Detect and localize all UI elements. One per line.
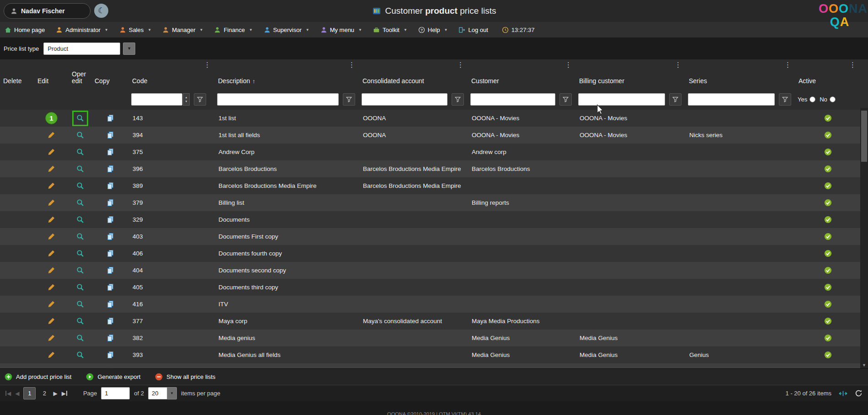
consolidated-filter-input[interactable] (362, 93, 447, 106)
column-menu-icon[interactable]: ⋮ (565, 61, 572, 69)
numeric-spinner[interactable]: ▲▼ (183, 93, 190, 106)
table-row[interactable]: 396Barcelos BroductionsBarcelos Broducti… (0, 160, 860, 177)
page-number-input[interactable] (101, 387, 130, 399)
copy-icon[interactable] (107, 266, 114, 274)
edit-icon[interactable] (48, 165, 55, 173)
page-size-dropdown-button[interactable]: ▼ (167, 387, 177, 399)
active-yes-radio[interactable] (809, 96, 815, 102)
copy-icon[interactable] (107, 317, 114, 325)
oper-edit-icon[interactable] (76, 250, 84, 257)
oper-edit-icon[interactable] (76, 131, 84, 139)
column-menu-icon[interactable]: ⋮ (675, 61, 682, 69)
copy-icon[interactable] (107, 182, 114, 190)
copy-icon[interactable] (107, 131, 114, 139)
customer-filter-input[interactable] (470, 93, 555, 106)
dark-mode-toggle[interactable]: ☾ (94, 4, 108, 18)
table-row[interactable]: 379Billing listBilling reports (0, 194, 860, 211)
table-row[interactable]: 3941st list all fieldsOOONAOOONA - Movie… (0, 127, 860, 144)
table-row[interactable]: 404Documents second copy (0, 262, 860, 279)
oper-edit-icon[interactable] (76, 351, 84, 359)
copy-icon[interactable] (107, 250, 114, 257)
vertical-scrollbar[interactable]: ▼ (860, 108, 868, 368)
code-filter-input[interactable] (131, 93, 182, 106)
column-header-consolidated-account[interactable]: Consolidated account⋮ (359, 59, 468, 89)
edit-icon[interactable] (48, 216, 55, 223)
column-header-customer[interactable]: Customer⋮ (468, 59, 576, 89)
copy-icon[interactable] (107, 165, 114, 173)
menu-item-help[interactable]: ?Help▼ (418, 27, 448, 33)
copy-icon[interactable] (107, 233, 114, 240)
copy-icon[interactable] (107, 351, 114, 359)
menu-item-home-page[interactable]: Home page (5, 27, 45, 33)
copy-icon[interactable] (107, 114, 114, 122)
table-row[interactable]: 389Barcelos Broductions Media EmpireBarc… (0, 177, 860, 194)
active-no-radio[interactable] (830, 96, 836, 102)
table-row-partial[interactable] (0, 363, 860, 368)
menu-item-toolkit[interactable]: Toolkit▼ (373, 27, 407, 33)
column-menu-icon[interactable]: ⋮ (784, 61, 791, 69)
page-button-2[interactable]: 2 (40, 390, 49, 397)
edit-icon[interactable] (48, 182, 55, 190)
table-row[interactable]: 382Media geniusMedia GeniusMedia Genius (0, 330, 860, 346)
column-menu-icon[interactable]: ⋮ (457, 61, 464, 69)
column-header-code[interactable]: Code⋮ (129, 59, 215, 89)
series-filter-funnel-button[interactable] (779, 93, 791, 106)
menu-item-supervisor[interactable]: Supervisor▼ (264, 27, 309, 33)
oper-edit-icon[interactable] (76, 199, 84, 207)
generate-export-button[interactable]: Generate export (86, 373, 140, 381)
oper-edit-icon[interactable] (76, 216, 84, 223)
prev-page-button[interactable]: ◀ (15, 390, 19, 397)
menu-item-manager[interactable]: Manager▼ (162, 27, 203, 33)
column-menu-icon[interactable]: ⋮ (849, 61, 856, 69)
table-row[interactable]: 406Documents fourth copy (0, 245, 860, 262)
copy-icon[interactable] (107, 300, 114, 308)
price-list-type-input[interactable]: Product (43, 43, 120, 55)
add-product-price-list-button[interactable]: Add product price list (5, 373, 71, 381)
page-size-value[interactable]: 20 (148, 387, 167, 399)
refresh-icon[interactable] (855, 389, 863, 397)
table-row[interactable]: 416ITV (0, 296, 860, 313)
table-row[interactable]: 375Andrew CorpAndrew corp (0, 144, 860, 160)
copy-icon[interactable] (107, 334, 114, 342)
scrollbar-thumb[interactable] (861, 111, 867, 162)
customer-filter-funnel-button[interactable] (559, 93, 572, 106)
edit-icon[interactable] (48, 317, 55, 325)
table-row[interactable]: 377Maya corpMaya's consolidated accountM… (0, 313, 860, 330)
last-page-button[interactable]: ▶ (62, 390, 67, 397)
scrollbar-down-arrow[interactable]: ▼ (860, 363, 868, 367)
menu-item-finance[interactable]: Finance▼ (214, 27, 252, 33)
fit-columns-icon[interactable] (839, 390, 847, 397)
column-header-description[interactable]: Description↑⋮ (215, 59, 359, 89)
oper-edit-icon[interactable] (76, 148, 84, 156)
series-filter-input[interactable] (688, 93, 775, 106)
column-menu-icon[interactable]: ⋮ (348, 61, 355, 69)
table-row[interactable]: 329Documents (0, 211, 860, 228)
table-row[interactable]: 405Documents third copy (0, 279, 860, 296)
edit-icon[interactable] (48, 334, 55, 342)
edit-icon[interactable] (48, 131, 55, 139)
copy-icon[interactable] (107, 199, 114, 207)
oper-edit-icon[interactable] (76, 114, 84, 122)
edit-icon[interactable] (48, 233, 55, 240)
description-filter-funnel-button[interactable] (343, 93, 355, 106)
oper-edit-icon[interactable] (76, 334, 84, 342)
menu-item-log-out[interactable]: Log out (458, 27, 488, 33)
billing-filter-input[interactable] (578, 93, 665, 106)
column-header-series[interactable]: Series⋮ (686, 59, 795, 89)
table-row[interactable]: 403Documents First copy (0, 228, 860, 245)
oper-edit-icon[interactable] (76, 266, 84, 274)
edit-icon[interactable] (48, 300, 55, 308)
edit-icon[interactable] (48, 266, 55, 274)
code-filter-funnel-button[interactable] (194, 93, 206, 106)
oper-edit-icon[interactable] (76, 300, 84, 308)
oper-edit-icon[interactable] (76, 283, 84, 291)
table-row[interactable]: 11431st listOOONAOOONA - MoviesOOONA - M… (0, 110, 860, 127)
oper-edit-icon[interactable] (76, 233, 84, 240)
edit-icon[interactable] (48, 351, 55, 359)
oper-edit-icon[interactable] (76, 165, 84, 173)
page-button-1[interactable]: 1 (23, 387, 36, 399)
copy-icon[interactable] (107, 283, 114, 291)
price-list-type-dropdown-button[interactable]: ▼ (123, 43, 135, 55)
consolidated-filter-funnel-button[interactable] (452, 93, 464, 106)
column-menu-icon[interactable]: ⋮ (204, 61, 211, 69)
